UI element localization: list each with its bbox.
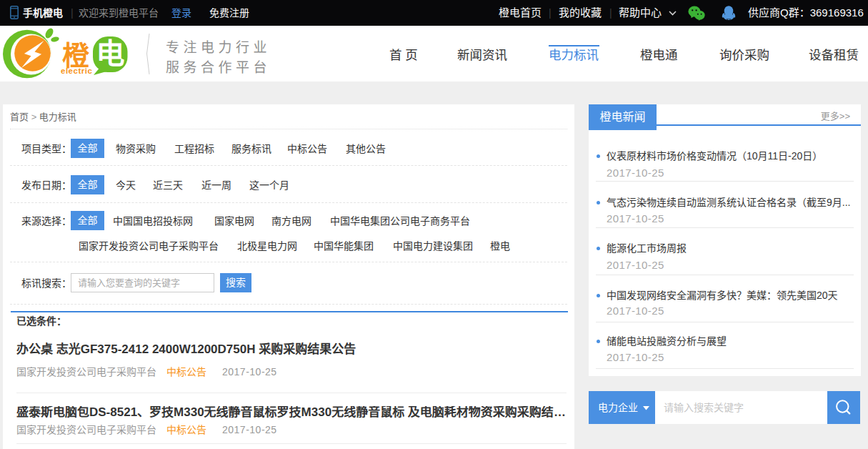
svg-text:electric: electric bbox=[61, 66, 92, 75]
svg-text:电: 电 bbox=[96, 38, 125, 69]
